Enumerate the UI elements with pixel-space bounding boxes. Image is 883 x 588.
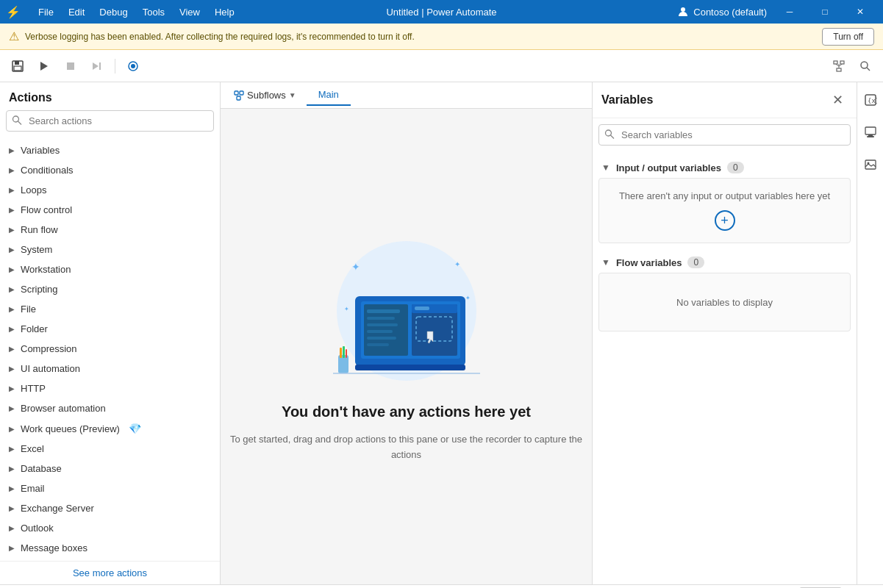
account-info[interactable]: Contoso (default) (677, 6, 767, 18)
window-controls: ─ □ ✕ (773, 0, 877, 24)
action-label: System (21, 244, 52, 255)
svg-rect-21 (240, 91, 243, 95)
action-item-email[interactable]: ▶ Email (0, 478, 220, 498)
search-actions-input[interactable] (6, 110, 214, 132)
record-button[interactable] (121, 54, 145, 78)
action-item-workstation[interactable]: ▶ Workstation (0, 259, 220, 279)
menu-view[interactable]: View (174, 4, 206, 21)
variables-search-icon (604, 129, 615, 141)
svg-rect-53 (865, 127, 876, 135)
section-collapse-icon: ▼ (601, 162, 610, 173)
action-item-conditionals[interactable]: ▶ Conditionals (0, 160, 220, 180)
title-bar-right: Contoso (default) ─ □ ✕ (677, 0, 877, 24)
action-item-folder[interactable]: ▶ Folder (0, 319, 220, 339)
flow-variables-section-header[interactable]: ▼ Flow variables 0 (598, 252, 851, 273)
run-button[interactable] (32, 54, 56, 78)
action-item-file[interactable]: ▶ File (0, 299, 220, 319)
variables-panel-icon[interactable]: {x} (859, 88, 882, 112)
action-item-browser-automation[interactable]: ▶ Browser automation (0, 398, 220, 418)
tab-main[interactable]: Main (307, 85, 351, 106)
stop-button[interactable] (59, 54, 82, 78)
subflows-button[interactable]: Subflows ▼ (226, 87, 304, 104)
action-label: Conditionals (21, 165, 74, 176)
svg-rect-20 (235, 91, 238, 95)
chevron-icon: ▶ (9, 365, 15, 373)
search-variables-input[interactable] (598, 124, 851, 146)
svg-rect-54 (867, 136, 874, 137)
action-item-excel[interactable]: ▶ Excel (0, 439, 220, 459)
chevron-icon: ▶ (9, 404, 15, 412)
svg-text:✦: ✦ (351, 261, 360, 273)
svg-text:{x}: {x} (868, 97, 877, 104)
svg-rect-37 (367, 337, 396, 340)
action-item-outlook[interactable]: ▶ Outlook (0, 518, 220, 538)
action-label: Flow control (21, 204, 72, 215)
menu-tools[interactable]: Tools (137, 4, 171, 21)
canvas-empty-title: You don't have any actions here yet (282, 404, 531, 420)
maximize-button[interactable]: □ (808, 0, 842, 24)
action-item-work-queues[interactable]: ▶ Work queues (Preview) 💎 (0, 418, 220, 439)
next-step-button[interactable] (85, 54, 109, 78)
menu-debug[interactable]: Debug (93, 4, 133, 21)
action-item-variables[interactable]: ▶ Variables (0, 140, 220, 160)
turn-off-button[interactable]: Turn off (822, 28, 874, 46)
ui-elements-icon[interactable] (859, 121, 882, 144)
svg-point-57 (867, 162, 869, 165)
action-item-exchange-server[interactable]: ▶ Exchange Server (0, 498, 220, 518)
app-title: Untitled | Power Automate (386, 7, 496, 18)
action-label: Compression (21, 343, 77, 354)
run-icon (38, 60, 50, 72)
actions-search-box (6, 110, 214, 132)
action-item-loops[interactable]: ▶ Loops (0, 180, 220, 200)
app-icon: ⚡ (6, 5, 21, 19)
svg-rect-45 (340, 348, 342, 358)
chevron-icon: ▶ (9, 524, 15, 532)
subflows-icon (234, 90, 244, 101)
action-item-system[interactable]: ▶ System (0, 240, 220, 259)
actions-header: Actions (0, 82, 220, 110)
menu-help[interactable]: Help (209, 4, 240, 21)
action-item-database[interactable]: ▶ Database (0, 459, 220, 478)
svg-rect-35 (367, 323, 398, 326)
close-button[interactable]: ✕ (843, 0, 877, 24)
input-output-section-header[interactable]: ▼ Input / output variables 0 (598, 157, 851, 178)
flow-variables-section-title: Flow variables (616, 257, 682, 268)
action-item-flow-control[interactable]: ▶ Flow control (0, 200, 220, 220)
add-input-output-variable-button[interactable]: + (715, 210, 735, 231)
variables-close-button[interactable]: ✕ (827, 90, 848, 110)
action-item-compression[interactable]: ▶ Compression (0, 339, 220, 359)
images-icon[interactable] (859, 153, 882, 176)
menu-file[interactable]: File (32, 4, 60, 21)
canvas-area: Subflows ▼ Main ✦ ✦ ✦ ✦ ✦ ✦ (221, 82, 592, 584)
chevron-icon: ▶ (9, 504, 15, 512)
chevron-icon: ▶ (9, 325, 15, 333)
variables-panel: Variables ✕ ▼ Input / output variables 0… (592, 82, 857, 584)
flowchart-icon (832, 60, 846, 73)
svg-text:✦: ✦ (344, 306, 349, 312)
subflows-chevron-icon: ▼ (289, 91, 296, 99)
flowchart-button[interactable] (827, 54, 851, 78)
action-label: Scripting (21, 284, 58, 295)
action-label: UI automation (21, 363, 80, 374)
canvas-empty: ✦ ✦ ✦ ✦ ✦ ✦ (221, 109, 592, 584)
search-toolbar-button[interactable] (854, 54, 877, 78)
content-area: Actions ▶ Variables ▶ Conditionals ▶ Loo… (0, 82, 883, 584)
action-item-run-flow[interactable]: ▶ Run flow (0, 220, 220, 240)
save-button[interactable] (6, 54, 29, 78)
minimize-button[interactable]: ─ (773, 0, 807, 24)
action-item-message-boxes[interactable]: ▶ Message boxes (0, 538, 220, 558)
svg-rect-33 (367, 309, 400, 313)
see-more-actions-link[interactable]: See more actions (73, 567, 147, 578)
action-item-scripting[interactable]: ▶ Scripting (0, 279, 220, 299)
action-item-ui-automation[interactable]: ▶ UI automation (0, 359, 220, 379)
svg-line-50 (611, 135, 615, 139)
search-toolbar-icon (859, 60, 871, 72)
svg-point-49 (606, 130, 612, 136)
action-item-http[interactable]: ▶ HTTP (0, 379, 220, 398)
action-label: Email (21, 483, 45, 494)
actions-list: ▶ Variables ▶ Conditionals ▶ Loops ▶ Flo… (0, 137, 220, 561)
action-label: Database (21, 463, 62, 474)
menu-edit[interactable]: Edit (62, 4, 90, 21)
status-bar: Status: Ready 0 Selected actions 0 Actio… (0, 584, 883, 588)
svg-point-0 (681, 7, 685, 12)
